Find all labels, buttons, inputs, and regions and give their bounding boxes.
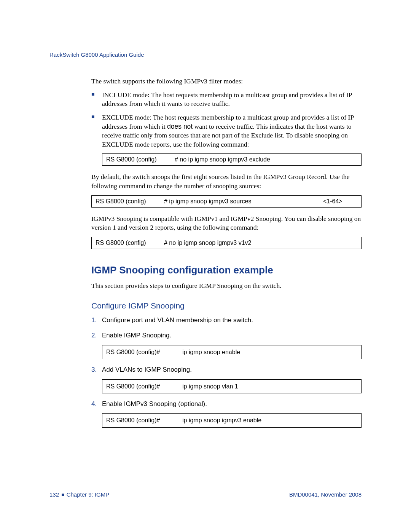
subsection-heading: Configure IGMP Snooping (91, 301, 362, 310)
intro-paragraph: The switch supports the following IGMPv3… (91, 77, 362, 86)
step-label: Enable IGMP Snooping. (102, 332, 171, 339)
step-label: Enable IGMPv3 Snooping (optional). (102, 400, 207, 407)
body-paragraph: By default, the switch snoops the first … (91, 173, 362, 190)
cmd-text: # no ip igmp snoop igmpv3 v1v2 (164, 240, 357, 246)
command-box: RS G8000 (config)# ip igmp snoop igmpv3 … (102, 413, 362, 427)
page-header: RackSwitch G8000 Application Guide (49, 51, 362, 58)
header-title: RackSwitch G8000 Application Guide (49, 51, 144, 58)
step-item: Enable IGMP Snooping. RS G8000 (config)#… (91, 331, 362, 359)
cmd-prompt: RS G8000 (config) (96, 240, 164, 246)
cmd-prompt: RS G8000 (config) (106, 156, 175, 163)
list-item: INCLUDE mode: The host requests membersh… (91, 91, 362, 109)
chapter-label: Chapter 9: IGMP (67, 491, 110, 498)
command-box: RS G8000 (config)# ip igmp snoop enable (102, 345, 362, 359)
cmd-prompt: RS G8000 (config) (96, 198, 164, 205)
page-number: 132 (49, 491, 59, 498)
cmd-text: ip igmp snoop vlan 1 (182, 382, 238, 391)
cmd-text: ip igmp snoop enable (182, 348, 240, 356)
footer-right: BMD00041, November 2008 (289, 491, 362, 498)
step-label: Configure port and VLAN membership on th… (102, 316, 253, 324)
page-footer: 132 ■ Chapter 9: IGMP BMD00041, November… (49, 491, 362, 498)
cmd-prompt: RS G8000 (config)# (106, 382, 182, 391)
cmd-text: # no ip igmp snoop igmpv3 exclude (175, 156, 357, 163)
cmd-prompt: RS G8000 (config)# (106, 416, 182, 425)
list-item: EXCLUDE mode: The host requests membersh… (91, 113, 362, 149)
body-paragraph: IGMPv3 Snooping is compatible with IGMPv… (91, 214, 362, 232)
step-label: Add VLANs to IGMP Snooping. (102, 366, 192, 373)
cmd-text: # ip igmp snoop igmpv3 sources (164, 198, 323, 205)
steps-list: Configure port and VLAN membership on th… (91, 316, 362, 428)
command-box: RS G8000 (config) # no ip igmp snoop igm… (102, 153, 362, 166)
footer-left: 132 ■ Chapter 9: IGMP (49, 491, 109, 498)
step-item: Configure port and VLAN membership on th… (91, 316, 362, 325)
step-item: Enable IGMPv3 Snooping (optional). RS G8… (91, 399, 362, 428)
filter-modes-list: INCLUDE mode: The host requests membersh… (91, 91, 362, 149)
section-heading: IGMP Snooping configuration example (91, 264, 362, 276)
command-box: RS G8000 (config) # no ip igmp snoop igm… (91, 237, 362, 249)
main-content: The switch supports the following IGMPv3… (91, 77, 362, 428)
cmd-prompt: RS G8000 (config)# (106, 348, 182, 356)
section-intro: This section provides steps to configure… (91, 281, 362, 291)
command-box: RS G8000 (config) # ip igmp snoop igmpv3… (91, 195, 362, 208)
square-icon: ■ (61, 492, 64, 497)
cmd-text: ip igmp snoop igmpv3 enable (182, 416, 261, 425)
command-box: RS G8000 (config)# ip igmp snoop vlan 1 (102, 379, 362, 393)
cmd-arg: <1-64> (323, 198, 357, 205)
step-item: Add VLANs to IGMP Snooping. RS G8000 (co… (91, 365, 362, 393)
